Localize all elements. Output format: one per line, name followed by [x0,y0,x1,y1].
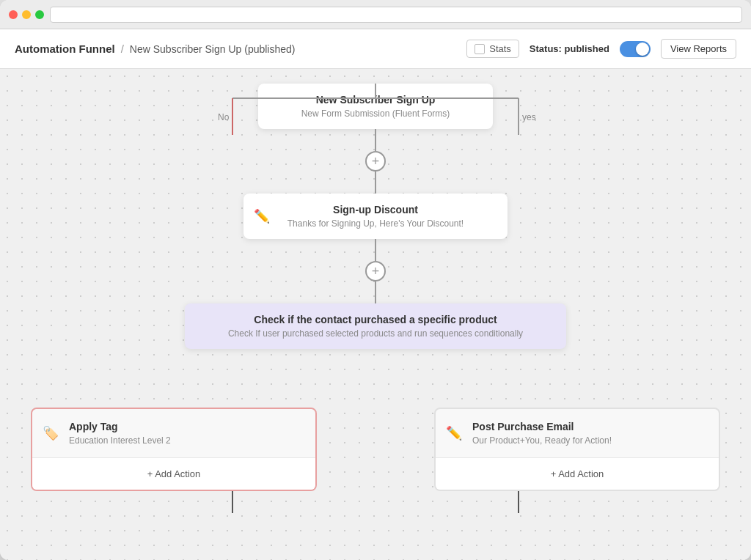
header-actions: Stats Status: published View Reports [466,39,736,59]
connector-line-1b [375,172,376,194]
apply-tag-card-inner: 🏷️ Apply Tag Education Interest Level 2 [32,409,315,457]
svg-text:No: No [218,112,230,122]
email-subtitle: Thanks for Signing Up, Here's Your Disco… [258,218,493,229]
breadcrumb-separator: / [121,43,124,55]
post-purchase-title: Post Purchase Email [472,421,707,432]
trigger-subtitle: New Form Submission (Fluent Forms) [273,108,478,119]
condition-subtitle: Check If user purchased selected product… [199,328,552,339]
apply-tag-subtitle: Education Interest Level 2 [69,435,304,446]
svg-text:yes: yes [522,112,536,122]
connector-line-2b [375,281,376,303]
trigger-title: New Subscriber Sign Up [273,94,478,106]
trigger-node[interactable]: New Subscriber Sign Up New Form Submissi… [258,84,493,129]
post-purchase-icon: ✏️ [446,425,462,441]
post-purchase-card[interactable]: ✏️ Post Purchase Email Our Product+You, … [434,408,720,491]
right-branch: ✏️ Post Purchase Email Our Product+You, … [434,408,720,491]
connector-2: + [365,239,386,303]
left-branch: 🏷️ Apply Tag Education Interest Level 2 … [31,408,317,491]
apply-tag-title: Apply Tag [69,421,304,432]
condition-node[interactable]: Check if the contact purchased a specifi… [185,303,566,349]
titlebar [0,0,751,29]
breadcrumb: Automation Funnel / New Subscriber Sign … [15,43,461,55]
add-button-2[interactable]: + [365,261,386,281]
header: Automation Funnel / New Subscriber Sign … [0,29,751,69]
connector-1: + [365,129,386,194]
breadcrumb-main[interactable]: Automation Funnel [15,43,115,55]
bottom-lines-svg [119,491,632,513]
maximize-button[interactable] [35,10,44,19]
app-window: Automation Funnel / New Subscriber Sign … [0,0,751,560]
post-purchase-card-inner: ✏️ Post Purchase Email Our Product+You, … [436,409,719,457]
traffic-lights [9,10,44,19]
breadcrumb-sub: New Subscriber Sign Up (published) [130,43,296,55]
view-reports-button[interactable]: View Reports [661,39,736,59]
branch-wrapper: 🏷️ Apply Tag Education Interest Level 2 … [31,408,720,491]
stats-label: Stats [489,43,511,54]
apply-tag-card[interactable]: 🏷️ Apply Tag Education Interest Level 2 … [31,408,317,491]
close-button[interactable] [9,10,18,19]
connector-line-1 [375,129,376,151]
bottom-lines [119,491,632,513]
canvas: New Subscriber Sign Up New Form Submissi… [0,69,751,560]
email-title: Sign-up Discount [258,204,493,215]
connector-line-2 [375,239,376,261]
stats-button[interactable]: Stats [466,40,519,58]
email-icon: ✏️ [254,208,270,224]
status-toggle[interactable] [620,41,651,57]
add-action-right[interactable]: + Add Action [436,457,719,490]
flow-container: New Subscriber Sign Up New Form Submissi… [0,84,751,513]
add-button-1[interactable]: + [365,151,386,172]
stats-checkbox[interactable] [475,44,485,54]
condition-title: Check if the contact purchased a specifi… [199,314,552,325]
status-label: Status: published [530,43,609,54]
add-action-left[interactable]: + Add Action [32,457,315,490]
minimize-button[interactable] [22,10,31,19]
apply-tag-icon: 🏷️ [43,425,59,441]
email-node[interactable]: ✏️ Sign-up Discount Thanks for Signing U… [243,194,508,239]
toggle-thumb [636,43,649,56]
post-purchase-subtitle: Our Product+You, Ready for Action! [472,435,707,446]
url-bar[interactable] [50,7,742,23]
